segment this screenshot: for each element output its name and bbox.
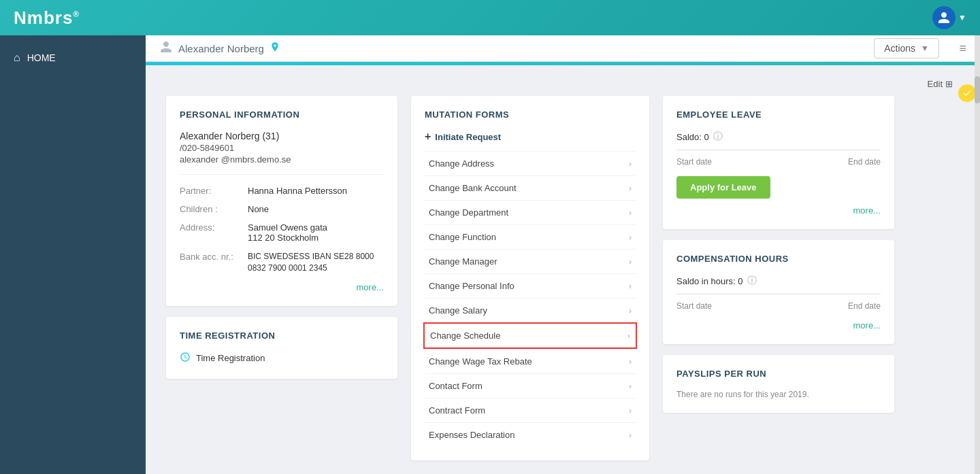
edit-button[interactable]: Edit ⊞ xyxy=(928,79,953,89)
comp-saldo-row: Saldo in hours: 0 ⓘ xyxy=(676,275,881,287)
hamburger-icon[interactable]: ≡ xyxy=(959,41,966,56)
mutation-contact-form[interactable]: Contact Form › xyxy=(425,373,636,398)
mutation-change-personal-info[interactable]: Change Personal Info › xyxy=(425,273,636,298)
mutation-forms-card: MUTATION FORMS + Initiate Request Change… xyxy=(411,96,649,460)
payslips-title: PAYSLIPS PER RUN xyxy=(676,369,881,379)
app-logo: Nmbrs® xyxy=(14,7,80,29)
leave-saldo-label: Saldo: 0 xyxy=(676,132,709,142)
leave-more-link[interactable]: more... xyxy=(676,205,881,216)
mutation-forms-title: MUTATION FORMS xyxy=(425,109,636,120)
personal-more-link[interactable]: more... xyxy=(180,282,384,292)
initiate-request-btn[interactable]: + Initiate Request xyxy=(425,131,636,143)
mutation-change-function[interactable]: Change Function › xyxy=(425,224,636,249)
compensation-hours-card: COMPENSATION HOURS Saldo in hours: 0 ⓘ S… xyxy=(663,240,894,344)
mutation-change-department[interactable]: Change Department › xyxy=(425,200,636,224)
children-value: None xyxy=(248,204,269,214)
personal-info-title: PERSONAL INFORMATION xyxy=(180,109,384,120)
plus-icon: + xyxy=(425,131,431,143)
comp-info-icon[interactable]: ⓘ xyxy=(747,275,757,287)
user-menu[interactable]: ▼ xyxy=(932,6,966,29)
comp-dates-row: Start date End date xyxy=(676,301,881,311)
comp-saldo-label: Saldo in hours: 0 xyxy=(676,276,743,286)
sidebar-item-home[interactable]: ⌂ HOME xyxy=(0,42,146,73)
user-chevron-icon: ▼ xyxy=(958,13,966,22)
mutation-contract-form[interactable]: Contract Form › xyxy=(425,398,636,422)
leave-info-icon[interactable]: ⓘ xyxy=(713,131,723,143)
comp-hours-title: COMPENSATION HOURS xyxy=(676,254,881,264)
time-registration-title: TIME REGISTRATION xyxy=(180,331,384,341)
scrollbar-thumb[interactable] xyxy=(975,76,980,103)
sidebar-home-label: HOME xyxy=(27,52,56,63)
page-content: Edit ⊞ PERSONAL INFORMATION Alexander No… xyxy=(146,65,980,474)
location-icon xyxy=(270,41,280,55)
mutation-change-address[interactable]: Change Address › xyxy=(425,151,636,175)
chevron-right-icon: › xyxy=(629,306,632,316)
edit-bar: Edit ⊞ xyxy=(166,79,960,89)
leave-end-date-label: End date xyxy=(848,157,881,167)
personal-phone: /020-5849601 xyxy=(180,143,384,153)
partner-value: Hanna Hanna Pettersson xyxy=(248,186,347,196)
chevron-right-icon: › xyxy=(629,208,632,218)
employee-leave-title: EMPLOYEE LEAVE xyxy=(676,109,881,120)
main-layout: ⌂ HOME Alexander Norberg Actions ▼ ≡ xyxy=(0,35,980,474)
bank-label: Bank acc. nr.: xyxy=(180,251,248,274)
chevron-right-icon: › xyxy=(629,382,632,391)
initiate-request-label: Initiate Request xyxy=(435,132,501,142)
chevron-right-icon: › xyxy=(629,282,632,291)
leave-start-date-label: Start date xyxy=(676,157,712,167)
mutation-change-wage-tax[interactable]: Change Wage Tax Rebate › xyxy=(425,349,636,373)
chevron-right-icon: › xyxy=(629,257,632,267)
address-value: Samuel Owens gata 112 20 Stockholm xyxy=(248,222,327,243)
partner-row: Partner: Hanna Hanna Pettersson xyxy=(180,186,384,196)
cards-row: PERSONAL INFORMATION Alexander Norberg (… xyxy=(166,96,960,460)
children-row: Children : None xyxy=(180,204,384,214)
edit-icon: ⊞ xyxy=(945,79,953,89)
address-row: Address: Samuel Owens gata 112 20 Stockh… xyxy=(180,222,384,243)
clock-icon xyxy=(180,352,191,365)
leave-saldo-row: Saldo: 0 ⓘ xyxy=(676,131,881,143)
personal-info-card: PERSONAL INFORMATION Alexander Norberg (… xyxy=(166,96,397,306)
comp-end-date-label: End date xyxy=(848,301,881,311)
user-avatar xyxy=(932,6,956,29)
chevron-right-icon: › xyxy=(629,159,632,169)
sidebar: ⌂ HOME xyxy=(0,35,146,474)
chevron-right-icon: › xyxy=(629,184,632,193)
top-navbar: Nmbrs® ▼ xyxy=(0,0,980,35)
mutation-change-bank-account[interactable]: Change Bank Account › xyxy=(425,175,636,200)
employee-name-header: Alexander Norberg xyxy=(178,43,264,54)
mutation-change-schedule[interactable]: Change Schedule › xyxy=(423,322,637,349)
actions-caret-icon: ▼ xyxy=(921,44,929,53)
comp-start-date-label: Start date xyxy=(676,301,712,311)
mutation-change-salary[interactable]: Change Salary › xyxy=(425,298,636,322)
home-icon: ⌂ xyxy=(14,52,20,64)
apply-for-leave-button[interactable]: Apply for Leave xyxy=(676,176,770,199)
left-column: PERSONAL INFORMATION Alexander Norberg (… xyxy=(166,96,397,379)
actions-label: Actions xyxy=(884,43,915,54)
time-registration-card: TIME REGISTRATION Time Registration xyxy=(166,317,397,379)
personal-email: alexander @nmbrs.demo.se xyxy=(180,154,384,165)
personal-name: Alexander Norberg (31) xyxy=(180,131,384,141)
no-runs-text: There are no runs for this year 2019. xyxy=(676,390,881,399)
bank-row: Bank acc. nr.: BIC SWEDSESS IBAN SE28 80… xyxy=(180,251,384,274)
edit-label: Edit xyxy=(928,79,943,89)
mutation-expenses-declaration[interactable]: Expenses Declaration › xyxy=(425,422,636,447)
time-registration-item[interactable]: Time Registration xyxy=(180,352,384,365)
person-icon xyxy=(159,40,173,57)
chevron-right-icon: › xyxy=(629,430,632,440)
chevron-right-icon: › xyxy=(627,331,630,341)
personal-main-info: Alexander Norberg (31) /020-5849601 alex… xyxy=(180,131,384,175)
partner-label: Partner: xyxy=(180,186,248,196)
children-label: Children : xyxy=(180,204,248,214)
payslips-per-run-card: PAYSLIPS PER RUN There are no runs for t… xyxy=(663,355,894,413)
yellow-badge xyxy=(958,84,976,102)
chevron-right-icon: › xyxy=(629,406,632,416)
content-area: Alexander Norberg Actions ▼ ≡ Edit ⊞ xyxy=(146,35,980,474)
chevron-right-icon: › xyxy=(629,357,632,367)
actions-button[interactable]: Actions ▼ xyxy=(874,38,939,58)
comp-more-link[interactable]: more... xyxy=(676,320,881,331)
leave-dates-row: Start date End date xyxy=(676,157,881,167)
chevron-right-icon: › xyxy=(629,233,632,242)
right-column: EMPLOYEE LEAVE Saldo: 0 ⓘ Start date End… xyxy=(663,96,894,413)
mutation-change-manager[interactable]: Change Manager › xyxy=(425,249,636,273)
scrollbar-track xyxy=(975,35,980,474)
